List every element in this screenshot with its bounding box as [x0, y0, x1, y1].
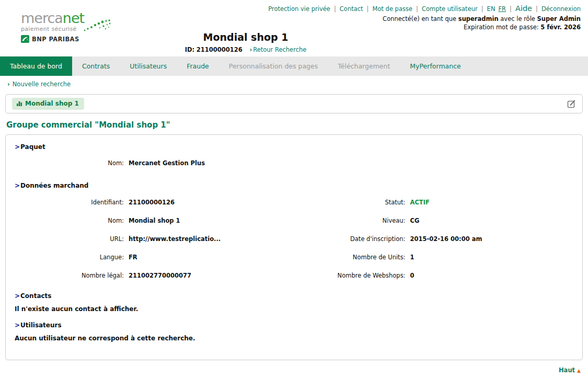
contact-link[interactable]: Contact: [340, 5, 363, 13]
field-value: 211002770000077: [129, 272, 191, 279]
field-value: CG: [410, 217, 420, 224]
bar-chart-icon: [16, 100, 22, 107]
contacts-empty-message: Il n'existe aucun contact à afficher.: [15, 305, 582, 313]
result-tab-bar: Mondial shop 1: [5, 94, 583, 113]
field-row: Identifiant: 21100000126: [6, 193, 294, 211]
field-label: Identifiant:: [6, 199, 129, 206]
status-badge: ACTIF: [410, 199, 430, 206]
tab-telechargement: Téléchargement: [328, 56, 400, 76]
expiry-date: 5 févr. 2026: [540, 24, 581, 31]
field-value-url: http://www.testreplicatio...: [129, 235, 221, 243]
tab-utilisateurs[interactable]: Utilisateurs: [120, 56, 177, 76]
field-row: Nom: Mercanet Gestion Plus: [6, 154, 582, 172]
field-label: URL:: [6, 235, 129, 243]
page-header: Protection vie privée Contact Mot de pas…: [0, 0, 588, 56]
field-label: Niveau:: [294, 217, 410, 224]
session-info: Connecté(e) en tant que superadmin avec …: [383, 15, 581, 22]
field-value: Mercanet Gestion Plus: [129, 159, 205, 167]
field-value: Mondial shop 1: [129, 217, 180, 224]
privacy-link[interactable]: Protection vie privée: [268, 5, 330, 13]
account-link[interactable]: Compte utilisateur: [422, 5, 478, 13]
field-label: Date d'inscription:: [294, 235, 410, 243]
field-row: Nom: Mondial shop 1: [6, 211, 294, 230]
field-value: FR: [129, 254, 137, 261]
logout-link[interactable]: Déconnexion: [541, 5, 581, 13]
bnp-paribas-icon: [21, 35, 29, 43]
main-nav: Tableau de bord Contrats Utilisateurs Fr…: [0, 56, 588, 76]
field-label: Nombre de Units:: [294, 254, 410, 261]
utility-links: Protection vie privée Contact Mot de pas…: [268, 4, 581, 13]
tab-fraude[interactable]: Fraude: [177, 56, 219, 76]
field-row: Date d'inscription: 2015-02-16 00:00 am: [294, 230, 583, 248]
field-row: URL: http://www.testreplicatio...: [6, 230, 294, 248]
help-link[interactable]: Aide: [515, 4, 532, 13]
users-empty-message: Aucun utilisateur ne correspond à cette …: [15, 335, 582, 342]
session-role: Super Admin: [537, 15, 581, 22]
field-label: Nom:: [6, 159, 129, 167]
field-row: Langue: FR: [6, 248, 294, 266]
field-label: Langue:: [6, 254, 129, 261]
tab-personnalisation: Personnalisation des pages: [219, 56, 328, 76]
section-contacts[interactable]: Contacts: [15, 292, 51, 300]
logo-dots-icon: [83, 19, 112, 32]
field-row: Statut: ACTIF: [294, 193, 583, 211]
lang-en-link[interactable]: EN: [487, 5, 495, 13]
group-heading: Groupe commercial "Mondial shop 1": [6, 120, 588, 130]
tab-tableau-de-bord[interactable]: Tableau de bord: [0, 56, 72, 76]
lang-fr-link[interactable]: FR: [498, 5, 506, 13]
section-paquet[interactable]: Paquet: [15, 143, 45, 151]
field-value: 1: [410, 254, 414, 261]
field-row: Nombre de Units: 1: [294, 248, 583, 266]
merchant-id-value: 21100000126: [197, 46, 243, 53]
chevron-right-icon: ›: [7, 81, 10, 88]
separator: [532, 5, 541, 13]
field-label: Nom:: [6, 217, 129, 224]
separator: [330, 5, 340, 13]
back-to-top-link[interactable]: Haut▲: [559, 366, 581, 374]
section-donnees-marchand[interactable]: Données marchand: [15, 182, 88, 189]
separator: [363, 5, 373, 13]
page-footer: Haut▲: [559, 366, 581, 374]
field-value: 21100000126: [129, 199, 175, 206]
details-panel: Paquet Nom: Mercanet Gestion Plus Donnée…: [5, 134, 583, 360]
field-value: 0: [410, 272, 414, 279]
field-row: Nombre légal: 211002770000077: [6, 266, 294, 284]
field-label: Nombre de Webshops:: [294, 272, 410, 279]
password-link[interactable]: Mot de passe: [372, 5, 412, 13]
bank-name: BNP PARIBAS: [32, 36, 79, 43]
new-search-link[interactable]: ›Nouvelle recherche: [7, 81, 71, 88]
mercanet-wordmark: mercanet: [21, 12, 105, 25]
field-label: Statut:: [294, 199, 410, 206]
section-utilisateurs[interactable]: Utilisateurs: [15, 322, 62, 329]
tab-myperformance[interactable]: MyPerformance: [400, 56, 470, 76]
chevron-right-icon: ›: [249, 46, 252, 53]
back-to-search-link[interactable]: ›Retour Recherche: [249, 46, 306, 53]
password-expiry: Expiration mot de passe: 5 févr. 2026: [464, 24, 581, 31]
field-value: 2015-02-16 00:00 am: [410, 235, 482, 243]
separator: [506, 5, 515, 13]
tab-contrats[interactable]: Contrats: [72, 56, 120, 76]
separator: [412, 5, 422, 13]
separator: [478, 5, 487, 13]
shop-chip[interactable]: Mondial shop 1: [12, 98, 84, 110]
field-row: Nombre de Webshops: 0: [294, 266, 583, 284]
session-username: superadmin: [458, 15, 499, 22]
edit-button[interactable]: [567, 99, 576, 108]
edit-icon: [567, 99, 576, 108]
field-label: Nombre légal:: [6, 272, 129, 279]
up-arrow-icon: ▲: [577, 368, 581, 373]
page-title: Mondial shop 1: [178, 31, 314, 43]
field-row: Niveau: CG: [294, 211, 583, 230]
mercanet-logo[interactable]: mercanet paiement sécurisé BNP PARIBAS: [21, 12, 105, 43]
merchant-id-label: ID:: [185, 46, 194, 53]
